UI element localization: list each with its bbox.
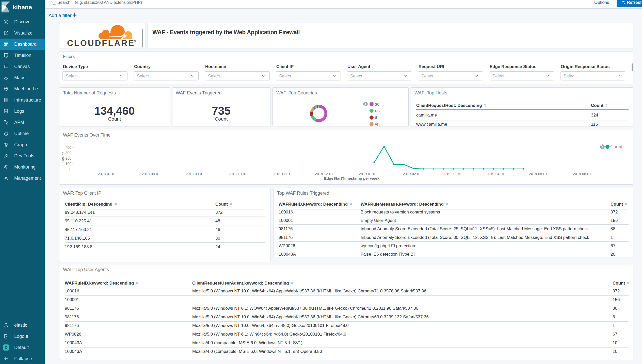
svg-text:vn: vn — [375, 122, 380, 126]
svg-text:2019-05-01: 2019-05-01 — [529, 172, 547, 176]
svg-text:2019-01-01: 2019-01-01 — [359, 172, 377, 176]
svg-text:0: 0 — [69, 167, 71, 171]
svg-text:200: 200 — [66, 156, 72, 160]
svg-text:sc: sc — [375, 102, 379, 107]
svg-text:300: 300 — [66, 151, 72, 155]
svg-text:us: us — [375, 108, 380, 113]
svg-text:2019-04-01: 2019-04-01 — [486, 172, 505, 176]
svg-text:2018-07-01: 2018-07-01 — [98, 172, 116, 176]
svg-text:2018-10-01: 2018-10-01 — [229, 172, 247, 176]
svg-text:2018-08-01: 2018-08-01 — [142, 172, 160, 176]
svg-text:2018-12-01: 2018-12-01 — [315, 172, 333, 176]
svg-text:2018-09-01: 2018-09-01 — [186, 172, 204, 176]
svg-text:it: it — [375, 115, 377, 120]
svg-text:2019-06-01: 2019-06-01 — [573, 172, 591, 176]
svg-text:2018-11-01: 2018-11-01 — [272, 172, 291, 176]
svg-text:EdgeStartTimestamp per week: EdgeStartTimestamp per week — [324, 176, 380, 180]
svg-text:2019-02-01: 2019-02-01 — [403, 172, 421, 176]
svg-text:D: D — [5, 345, 8, 350]
svg-text:2019-03-01: 2019-03-01 — [442, 172, 461, 176]
svg-text:100: 100 — [66, 162, 72, 166]
svg-text:Count: Count — [610, 144, 622, 149]
svg-text:Count: Count — [61, 152, 65, 162]
svg-text:400: 400 — [66, 145, 72, 150]
